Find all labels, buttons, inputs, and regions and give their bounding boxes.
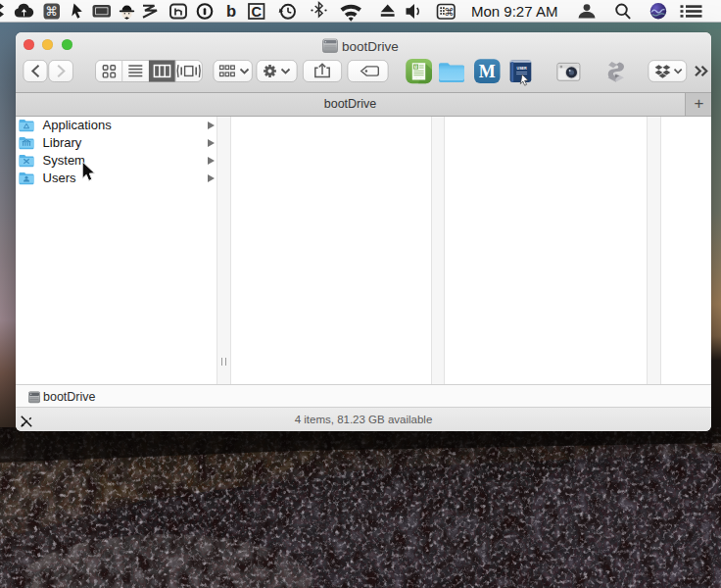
svg-text:⌘: ⌘ — [444, 6, 455, 18]
svg-text:b: b — [226, 2, 236, 20]
svg-text:⌘: ⌘ — [45, 5, 58, 19]
svg-text:C: C — [251, 4, 262, 20]
svg-text:M: M — [479, 62, 496, 81]
svg-text:USER: USER — [516, 67, 527, 71]
